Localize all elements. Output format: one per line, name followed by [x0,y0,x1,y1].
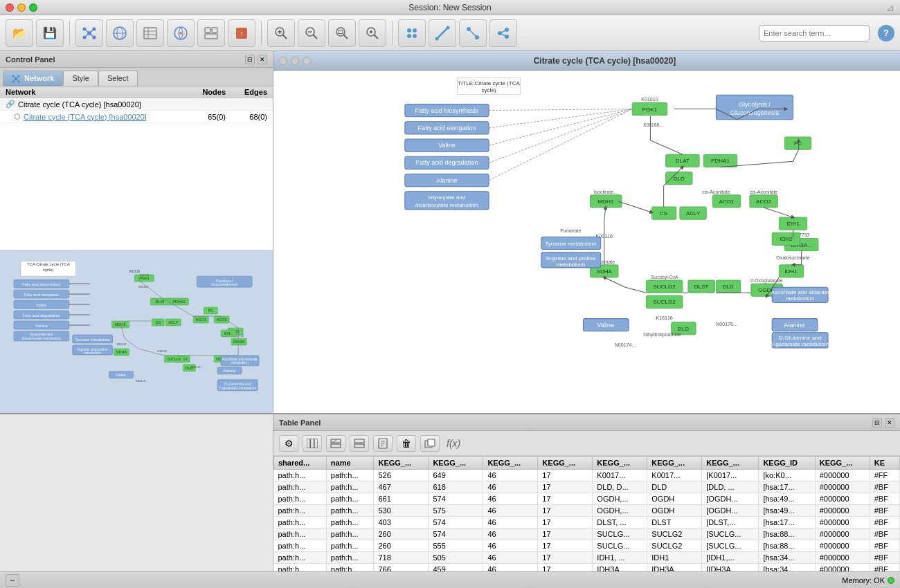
globe2-button[interactable] [167,19,195,47]
mini-network[interactable]: TCA Citrate cycle (TCA cycle) Fatty acid… [0,250,273,413]
svg-text:ACO2: ACO2 [217,318,227,322]
deselect-btn[interactable] [489,19,517,47]
zoom-in-button[interactable] [267,19,295,47]
table-delete-btn[interactable]: 🗑 [397,435,416,452]
svg-text:metabolism: metabolism [557,261,586,268]
svg-line-45 [469,29,477,37]
window-buttons[interactable] [6,3,37,12]
svg-text:Tyrosine metabolism: Tyrosine metabolism [75,338,111,342]
svg-text:N00174...: N00174... [136,379,147,383]
svg-text:dicarboxylate metabolism: dicarboxylate metabolism [415,202,478,208]
table-cell: 260 [374,540,429,552]
svg-text:PGK1: PGK1 [642,107,658,113]
table-cell: 46 [483,564,538,572]
table-panel-minimize-btn[interactable]: ⊟ [872,418,882,428]
table-cell: DLST [647,517,702,529]
network-item[interactable]: ⬡ Citrate cycle (TCA cycle) [hsa00020] 6… [0,111,273,123]
save-button[interactable]: 💾 [36,19,64,47]
network-view-dots [279,57,311,65]
table-button[interactable] [136,19,164,47]
zoom-fit-button[interactable] [328,19,356,47]
svg-text:IDH2: IDH2 [780,236,793,242]
table-cell: 17 [538,505,593,517]
col-shared[interactable]: shared... [274,457,327,470]
table-settings-btn[interactable]: ⚙ [279,435,298,452]
table-cell: IDH3A [647,564,702,572]
layout-button[interactable] [197,19,225,47]
network-item-name[interactable]: Citrate cycle (TCA cycle) [hsa00020] [24,113,184,121]
minimize-button[interactable] [17,3,26,12]
import-button[interactable]: ↑ [228,19,255,47]
table-deselect-btn[interactable] [350,435,369,452]
table-cell: OGDH [647,505,702,517]
table-row: path:h...path:h...2605554617SUCLG...SUCL… [274,540,900,552]
globe-button[interactable] [106,19,134,47]
table-cell: 467 [374,481,429,493]
svg-text:Gluconeogenesis: Gluconeogenesis [730,109,780,116]
table-cell: #000000 [815,505,870,517]
col-kegg1[interactable]: KEGG_... [374,457,429,470]
svg-text:IDH...: IDH... [224,331,233,336]
search-input[interactable] [759,25,870,42]
col-kegg5[interactable]: KEGG_... [593,457,647,470]
table-select-btn[interactable] [326,435,345,452]
tab-select[interactable]: Select [98,71,138,86]
open-button[interactable]: 📂 [6,19,33,47]
col-kegg7[interactable]: KEGG_... [702,457,759,470]
col-name[interactable]: name [326,457,374,470]
tab-network[interactable]: Network [3,71,63,86]
col-kegg8[interactable]: KEGG_... [815,457,870,470]
col-kegg6[interactable]: KEGG_... [647,457,702,470]
network-canvas[interactable]: TITLE:Citrate cycle (TCA cycle) Glycolys… [273,71,900,413]
svg-point-17 [179,32,182,35]
table-new-btn[interactable] [373,435,393,452]
status-left-btn[interactable]: ↔ [6,574,19,587]
col-ke[interactable]: KE [870,457,899,470]
table-cell: [hsa:17... [759,517,815,529]
svg-text:K00168...: K00168... [138,285,150,288]
svg-text:K01010: K01010 [140,273,150,277]
select-nodes-btn[interactable] [398,19,426,47]
table-cell: 530 [374,505,429,517]
table-cell: 526 [374,470,429,481]
help-button[interactable]: ? [878,25,894,42]
resize-handle[interactable]: ⊿ [886,2,894,13]
table-cell: #BF [870,481,899,493]
table-cell: DLD, D... [593,481,647,493]
network-button[interactable] [75,19,103,47]
table-cell: [IDH3A... [702,564,759,572]
table-cell: #BF [870,529,899,540]
table-cell: 46 [483,540,538,552]
select-edges-btn[interactable] [429,19,456,47]
col-kegg4[interactable]: KEGG_... [538,457,593,470]
col-kegg2[interactable]: KEGG_... [429,457,483,470]
table-body: path:h...path:h...5266494617K0017...K001… [274,470,900,572]
svg-line-57 [16,76,19,79]
table-wrapper[interactable]: shared... name KEGG_... KEGG_... KEGG_..… [273,456,900,571]
col-kegg-id[interactable]: KEGG_ID [759,457,815,470]
zoom-full-button[interactable] [359,19,386,47]
svg-rect-18 [205,28,210,33]
svg-point-35 [370,30,372,33]
select-both-btn[interactable] [459,19,487,47]
tab-style[interactable]: Style [63,71,98,86]
close-button[interactable] [6,3,14,12]
zoom-out-button[interactable] [298,19,325,47]
svg-text:IDH3A: IDH3A [233,340,244,344]
table-cell: 46 [483,529,538,540]
table-cell: path:h... [326,540,374,552]
table-columns-btn[interactable] [303,435,322,452]
table-cell: #000000 [815,517,870,529]
table-copy-btn[interactable] [420,435,440,452]
table-panel-close-btn[interactable]: ✕ [885,418,894,428]
col-kegg3[interactable]: KEGG_... [483,457,538,470]
table-cell: [K0017... [702,470,759,481]
panel-close-btn[interactable]: ✕ [258,55,267,64]
table-cell: #000000 [815,540,870,552]
maximize-button[interactable] [29,3,37,12]
table-cell: 46 [483,470,538,481]
panel-minimize-btn[interactable]: ⊟ [245,55,255,64]
svg-text:ACO1: ACO1 [196,318,206,322]
table-panel-header: Table Panel ⊟ ✕ [273,414,900,431]
svg-point-30 [336,28,345,36]
